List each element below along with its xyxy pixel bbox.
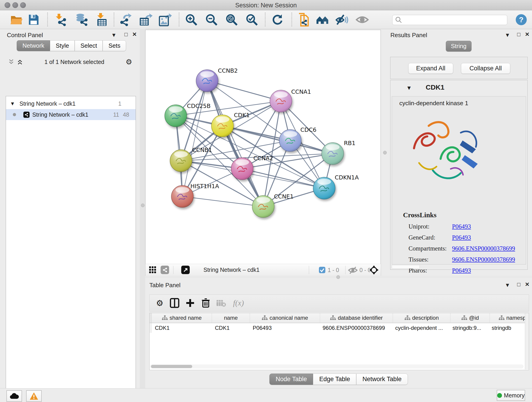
column-header-database-identifier[interactable]: database identifier <box>320 313 393 323</box>
table-cell[interactable]: stringdb <box>488 323 529 333</box>
network-edge[interactable] <box>182 196 263 206</box>
panel-float-icon[interactable]: □ <box>517 281 520 288</box>
column-header-canonical-name[interactable]: canonical name <box>250 313 320 323</box>
cloud-status-button[interactable] <box>6 390 22 402</box>
column-header-description[interactable]: description <box>393 313 450 323</box>
crosslink-value-link[interactable]: P06493 <box>452 234 471 241</box>
open-session-button[interactable] <box>10 13 23 26</box>
network-node-CCNB2[interactable] <box>196 70 218 92</box>
network-type-button[interactable] <box>161 266 169 274</box>
navigator-crosshair-icon[interactable] <box>369 265 379 275</box>
crosslink-value-link[interactable]: P06493 <box>452 267 471 274</box>
network-edge[interactable] <box>207 81 281 101</box>
network-canvas[interactable]: CCNB2CCNA1CDC25BCDK1CDC6RB1CCNB1CCNA2CDK… <box>145 30 381 264</box>
column-header-shared-name[interactable]: shared name <box>152 313 212 323</box>
crosslink-value-link[interactable]: P06493 <box>452 223 471 230</box>
network-node-CDKN1A[interactable] <box>313 177 335 199</box>
apply-layout-button[interactable] <box>271 13 284 26</box>
memory-button[interactable]: Memory <box>497 390 525 401</box>
panel-float-icon[interactable]: □ <box>124 31 128 38</box>
table-vertical-scrollbar[interactable] <box>525 313 529 370</box>
card-disclosure-icon[interactable]: ▼ <box>407 85 411 90</box>
card-scrollbar[interactable] <box>392 265 420 269</box>
table-horizontal-scrollbar[interactable] <box>150 364 524 369</box>
network-node-CCNE1[interactable] <box>252 196 274 217</box>
zoom-fit-button[interactable] <box>225 13 238 26</box>
create-column-plus-icon[interactable] <box>185 298 195 308</box>
function-builder-button[interactable]: f(x) <box>233 299 244 307</box>
collapse-all-button[interactable]: Collapse All <box>461 63 510 74</box>
tab-network-table[interactable]: Network Table <box>356 374 408 385</box>
table-cell[interactable]: P06493 <box>249 323 319 333</box>
network-node-CDC25B[interactable] <box>165 105 187 127</box>
crosslink-value-link[interactable]: 9606.ENSP00000378699 <box>452 256 515 263</box>
hidden-eye-icon[interactable] <box>348 266 358 274</box>
delete-column-trash-icon[interactable] <box>201 298 210 308</box>
export-table-button[interactable] <box>139 13 152 26</box>
table-cell[interactable]: 9606.ENSP00000378699 <box>319 323 392 333</box>
panel-float-icon[interactable]: □ <box>517 31 520 38</box>
network-node-CDC6[interactable] <box>279 129 301 152</box>
birdseye-grid-icon[interactable] <box>149 266 157 274</box>
panel-close-icon[interactable]: ✕ <box>525 281 530 288</box>
panel-collapse-icon[interactable]: ▼ <box>112 32 115 37</box>
column-header-@id[interactable]: @id <box>450 313 490 323</box>
right-splitter[interactable] <box>380 30 389 269</box>
zoom-out-button[interactable] <box>205 13 218 26</box>
import-table-button[interactable] <box>95 13 109 26</box>
expand-all-button[interactable]: Expand All <box>408 63 453 74</box>
network-edge[interactable] <box>242 169 324 188</box>
show-all-button[interactable] <box>355 13 369 26</box>
search-input[interactable] <box>404 17 503 23</box>
save-session-button[interactable] <box>27 13 40 26</box>
splitter-knob[interactable] <box>383 151 387 154</box>
column-header-namespace[interactable]: namespace <box>490 313 529 323</box>
tab-network[interactable]: Network <box>17 40 50 51</box>
tab-style[interactable]: Style <box>50 40 75 51</box>
export-image-button[interactable] <box>158 13 172 26</box>
table-cell[interactable]: cyclin-dependent ... <box>392 323 449 333</box>
hide-selected-button[interactable] <box>336 13 349 26</box>
tab-select[interactable]: Select <box>75 40 103 51</box>
import-network-button[interactable] <box>55 13 68 26</box>
open-in-window-button[interactable] <box>181 266 190 274</box>
export-network-button[interactable] <box>119 13 133 26</box>
left-splitter[interactable] <box>140 29 145 388</box>
delete-table-icon[interactable] <box>216 299 226 307</box>
crosslink-value-link[interactable]: 9606.ENSP00000378699 <box>452 245 515 252</box>
table-cell[interactable]: CDK1 <box>212 323 249 333</box>
panel-close-icon[interactable]: ✕ <box>525 31 530 38</box>
network-node-CCNB1[interactable] <box>170 150 192 172</box>
network-graph[interactable]: CCNB2CCNA1CDC25BCDK1CDC6RB1CCNB1CCNA2CDK… <box>146 30 380 263</box>
zoom-selected-button[interactable] <box>245 13 259 26</box>
tab-string[interactable]: String <box>446 41 472 51</box>
table-settings-gear-icon[interactable]: ⚙ <box>156 298 163 308</box>
splitter-knob[interactable] <box>141 204 145 207</box>
network-node-HIST1H1A[interactable] <box>171 185 193 207</box>
selected-checkbox-icon[interactable] <box>319 267 326 274</box>
column-header-name[interactable]: name <box>212 313 250 323</box>
tree-disclosure-icon[interactable]: ▼ <box>11 101 14 106</box>
tab-edge-table[interactable]: Edge Table <box>313 374 356 385</box>
search-field[interactable] <box>392 15 507 25</box>
clone-network-button[interactable] <box>298 13 311 26</box>
show-columns-icon[interactable] <box>170 298 179 308</box>
network-collection-row[interactable]: ▼ String Network – cdk1 1 <box>6 98 136 109</box>
table-cell[interactable]: stringdb:9... <box>449 323 488 333</box>
network-node-CCNA2[interactable] <box>231 158 253 180</box>
zoom-in-button[interactable] <box>185 13 198 26</box>
tab-node-table[interactable]: Node Table <box>269 374 313 385</box>
expand-all-icon[interactable] <box>17 59 23 65</box>
panel-collapse-icon[interactable]: ▼ <box>506 283 509 287</box>
network-node-CDK1[interactable] <box>211 115 234 137</box>
network-node-CCNA1[interactable] <box>270 90 292 112</box>
network-row[interactable]: String Network – cdk1 11 48 <box>6 109 136 120</box>
network-options-gear-icon[interactable]: ⚙ <box>126 57 132 66</box>
collapse-all-icon[interactable] <box>8 59 14 65</box>
tab-sets[interactable]: Sets <box>103 40 126 51</box>
network-node-RB1[interactable] <box>322 143 344 165</box>
network-edge[interactable] <box>182 81 207 196</box>
warnings-button[interactable] <box>26 390 42 402</box>
table-cell[interactable]: CDK1 <box>152 323 212 333</box>
panel-close-icon[interactable]: ✕ <box>132 31 137 38</box>
